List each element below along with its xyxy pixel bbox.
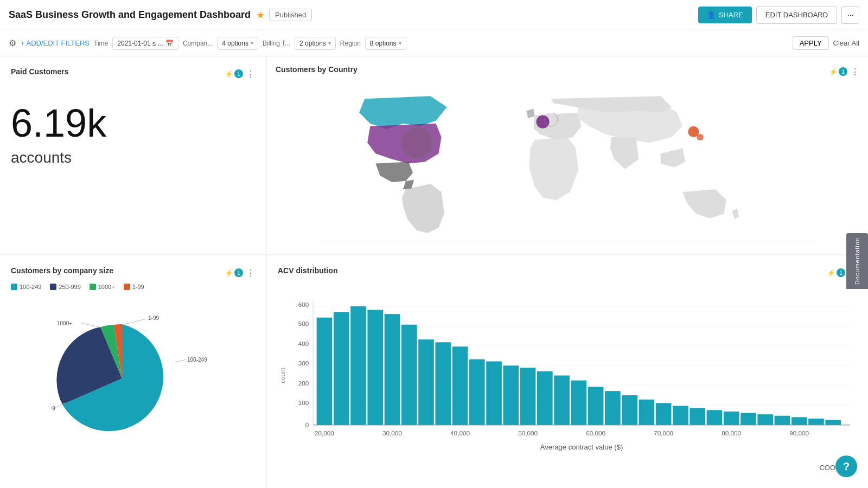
- dashboard-grid: Paid Customers ⚡ 1 ⋮ 6.19k accounts Cust…: [0, 56, 868, 488]
- acv-distribution-card: ACV distribution ⚡ 1 ⋮ count 0: [267, 255, 868, 488]
- svg-text:80,000: 80,000: [722, 429, 741, 436]
- svg-rect-33: [317, 318, 333, 425]
- svg-rect-38: [401, 325, 417, 425]
- billing-filter-dropdown[interactable]: 2 options ▾: [295, 37, 336, 50]
- svg-text:60,000: 60,000: [586, 429, 605, 436]
- region-filter-dropdown[interactable]: 8 options ▾: [365, 37, 406, 50]
- map-card-title: Customers by Country: [276, 65, 358, 74]
- svg-rect-36: [367, 310, 383, 425]
- svg-rect-51: [622, 395, 637, 425]
- legend-100-249: 100-249: [11, 284, 41, 290]
- svg-rect-59: [757, 414, 773, 425]
- map-svg: [276, 82, 859, 241]
- svg-rect-54: [673, 406, 688, 425]
- svg-text:250-999: 250-999: [52, 406, 55, 412]
- share-button[interactable]: 👤 SHARE: [698, 7, 752, 23]
- svg-text:600: 600: [298, 301, 309, 308]
- company-filter-dropdown[interactable]: 4 options ▾: [217, 37, 258, 50]
- svg-text:400: 400: [298, 340, 309, 347]
- time-filter-input[interactable]: 2021-01-01 ≤ ... 📅: [112, 37, 178, 50]
- svg-point-2: [697, 134, 703, 140]
- acv-header: ACV distribution ⚡ 1 ⋮: [278, 266, 857, 279]
- svg-line-8: [122, 319, 146, 325]
- svg-text:50,000: 50,000: [518, 429, 538, 436]
- svg-rect-40: [435, 342, 451, 425]
- svg-rect-42: [469, 359, 485, 425]
- header-actions: 👤 SHARE EDIT DASHBOARD ···: [698, 6, 859, 24]
- header: SaaS Business Growth and Engagement Dash…: [0, 0, 868, 30]
- svg-text:100: 100: [298, 399, 309, 406]
- svg-point-5: [401, 127, 432, 158]
- svg-line-10: [81, 323, 101, 328]
- svg-rect-61: [792, 417, 807, 425]
- svg-rect-46: [537, 371, 553, 425]
- acv-title: ACV distribution: [278, 266, 337, 275]
- map-menu-button[interactable]: ⋮: [851, 67, 859, 77]
- customers-by-country-card: Customers by Country ⚡ 1 ⋮: [267, 56, 868, 254]
- more-options-button[interactable]: ···: [841, 6, 859, 24]
- paid-customers-card: Paid Customers ⚡ 1 ⋮ 6.19k accounts: [0, 56, 266, 254]
- paid-customers-actions: ⚡ 1 ⋮: [225, 69, 255, 79]
- svg-rect-34: [334, 312, 349, 425]
- svg-rect-63: [825, 420, 841, 425]
- svg-rect-58: [741, 413, 756, 425]
- legend-1000plus: 1000+: [90, 284, 115, 290]
- svg-text:40,000: 40,000: [450, 429, 470, 436]
- svg-text:20,000: 20,000: [315, 429, 334, 436]
- company-filter-label: Compan...: [183, 40, 213, 47]
- filter-icon-3: ⚡: [225, 269, 233, 277]
- coo-label: COO: [819, 464, 835, 472]
- filter-bar: ⚙ + ADD/EDIT FILTERS Time 2021-01-01 ≤ .…: [0, 30, 868, 56]
- gear-button[interactable]: ⚙: [9, 38, 16, 48]
- help-button[interactable]: ?: [835, 455, 857, 477]
- company-size-title: Customers by company size: [11, 266, 113, 275]
- world-map: [276, 82, 859, 241]
- edit-dashboard-button[interactable]: EDIT DASHBOARD: [756, 6, 837, 24]
- share-icon: 👤: [707, 11, 716, 19]
- svg-rect-57: [724, 412, 739, 425]
- svg-text:Average contract value ($): Average contract value ($): [540, 443, 623, 451]
- svg-rect-45: [520, 368, 536, 425]
- clear-all-button[interactable]: Clear All: [833, 36, 859, 50]
- svg-text:count: count: [279, 367, 286, 383]
- svg-text:500: 500: [298, 320, 309, 327]
- paid-customers-filter-badge: ⚡ 1: [225, 69, 243, 78]
- svg-rect-50: [605, 391, 621, 425]
- svg-line-14: [175, 359, 186, 362]
- region-filter-label: Region: [340, 40, 361, 47]
- svg-point-3: [536, 115, 549, 129]
- svg-rect-41: [452, 346, 468, 425]
- paid-customers-menu-button[interactable]: ⋮: [246, 69, 255, 79]
- chevron-down-icon: ▾: [251, 40, 253, 46]
- filter-icon-2: ⚡: [829, 68, 838, 76]
- svg-rect-37: [385, 314, 400, 425]
- legend-1-99: 1-99: [124, 284, 144, 290]
- apply-button[interactable]: APPLY: [793, 36, 829, 50]
- svg-rect-52: [639, 400, 655, 425]
- billing-filter-label: Billing T...: [263, 40, 290, 47]
- svg-rect-56: [707, 410, 723, 425]
- paid-customers-unit: accounts: [11, 149, 255, 166]
- pie-chart-container: 1-99 1000+ 250-999 100-249: [11, 294, 255, 462]
- svg-text:100-249: 100-249: [187, 357, 207, 363]
- svg-text:30,000: 30,000: [382, 429, 402, 436]
- svg-text:70,000: 70,000: [654, 429, 673, 436]
- legend-dot-1-99: [124, 284, 130, 290]
- svg-rect-60: [775, 416, 790, 425]
- svg-rect-43: [486, 361, 502, 425]
- pie-chart-svg: 1-99 1000+ 250-999 100-249: [52, 313, 214, 444]
- paid-customers-header: Paid Customers ⚡ 1 ⋮: [11, 67, 255, 80]
- filter-icon-4: ⚡: [827, 269, 835, 277]
- documentation-tab[interactable]: Documentation: [846, 233, 868, 289]
- svg-text:1-99: 1-99: [148, 315, 159, 321]
- company-size-menu-button[interactable]: ⋮: [246, 268, 255, 278]
- chevron-down-icon-2: ▾: [328, 40, 331, 46]
- add-filters-button[interactable]: + ADD/EDIT FILTERS: [21, 39, 90, 47]
- calendar-icon: 📅: [165, 40, 174, 47]
- company-size-filter-badge: ⚡ 1: [225, 268, 243, 277]
- svg-text:200: 200: [298, 380, 309, 387]
- svg-text:90,000: 90,000: [789, 429, 809, 436]
- svg-rect-48: [571, 381, 587, 425]
- svg-rect-39: [418, 339, 434, 425]
- paid-customers-value: 6.19k: [11, 102, 255, 145]
